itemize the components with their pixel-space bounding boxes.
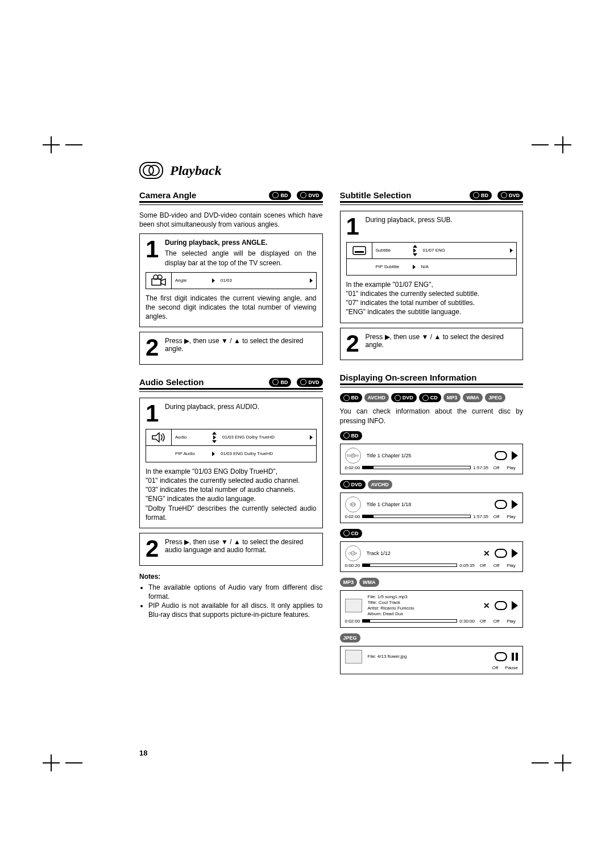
crop-mark bbox=[532, 754, 549, 771]
repeat-icon bbox=[495, 601, 507, 610]
crop-mark bbox=[43, 136, 60, 153]
crop-mark bbox=[532, 136, 549, 153]
step-number: 2 bbox=[146, 337, 160, 358]
info-panel-cd: CD-DA Track 1/12 ✕ 0:00:20 0:05:35 Off bbox=[340, 541, 524, 572]
page-number: 18 bbox=[139, 749, 147, 757]
subtitle-osd: Subtitle 01/07 ENG PI bbox=[346, 242, 517, 276]
badge-dvd: DVD bbox=[297, 378, 322, 387]
play-icon bbox=[512, 549, 518, 558]
repeat-icon bbox=[495, 451, 507, 460]
badge-jpeg: JPEG bbox=[340, 633, 360, 642]
triangle-right-icon bbox=[212, 278, 215, 283]
play-icon bbox=[512, 500, 518, 509]
section-audio-selection: Audio Selection BD DVD bbox=[139, 377, 323, 390]
page: Playback Camera Angle BD DVD Some BD-vid… bbox=[0, 0, 614, 868]
badge-cd: CD bbox=[340, 529, 362, 538]
shuffle-icon: ✕ bbox=[483, 601, 490, 610]
angle-osd: Angle 01/03 bbox=[146, 272, 317, 289]
play-icon bbox=[512, 601, 518, 610]
subtitle-step-2: 2 Press ▶, then use ▼ / ▲ to select the … bbox=[340, 328, 524, 361]
album-art-icon bbox=[345, 599, 362, 612]
camera-step-1: 1 During playback, press ANGLE. The sele… bbox=[139, 233, 323, 327]
crop-mark bbox=[554, 754, 571, 771]
disc-icon: DVD bbox=[345, 496, 361, 512]
badge-bd: BD bbox=[470, 191, 492, 200]
disc-icon: CD-DA bbox=[345, 545, 361, 561]
info-panel-bd: BD-ROM Title 1 Chapter 1/25 0:02:00 1:57… bbox=[340, 444, 524, 474]
crop-mark bbox=[65, 136, 82, 153]
crop-mark bbox=[554, 136, 571, 153]
audio-osd: Audio 01/03 ENG Dolby TrueHD bbox=[146, 429, 317, 462]
disc-icon: BD-ROM bbox=[345, 448, 361, 464]
notes-heading: Notes: bbox=[139, 573, 323, 581]
step-number: 1 bbox=[346, 216, 361, 237]
step-number: 1 bbox=[146, 239, 160, 260]
section-subtitle-selection: Subtitle Selection BD DVD bbox=[340, 190, 524, 203]
badge-bd: BD bbox=[269, 191, 291, 200]
heading-disc-icon bbox=[139, 162, 163, 179]
shuffle-icon: ✕ bbox=[483, 549, 490, 558]
badge-dvd: DVD bbox=[340, 480, 366, 489]
badge-mp3: MP3 bbox=[340, 578, 358, 587]
svg-rect-4 bbox=[355, 251, 364, 253]
repeat-icon bbox=[495, 500, 507, 509]
repeat-icon bbox=[495, 652, 507, 661]
triangle-right-icon bbox=[310, 278, 313, 283]
info-panel-mp3: File: 1/5 song1.mp3 Title: Cool Track Ar… bbox=[340, 590, 524, 628]
right-column: Subtitle Selection BD DVD 1 During playb… bbox=[340, 187, 524, 674]
left-column: Camera Angle BD DVD Some BD-video and DV… bbox=[139, 187, 323, 674]
repeat-icon bbox=[495, 549, 507, 558]
page-title: Playback bbox=[170, 163, 222, 178]
badge-wma: WMA bbox=[359, 578, 379, 587]
info-panel-dvd: DVD Title 1 Chapter 1/18 0:02:00 1:57:35… bbox=[340, 493, 524, 523]
section-camera-angle: Camera Angle BD DVD bbox=[139, 190, 323, 203]
audio-step-2: 2 Press ▶, then use ▼ / ▲ to select the … bbox=[139, 533, 323, 566]
info-panel-jpeg: File: 4/13 flower.jpg Off Pause bbox=[340, 646, 524, 674]
badge-avchd: AVCHD bbox=[368, 480, 392, 489]
camera-step-2: 2 Press ▶, then use ▼ / ▲ to select the … bbox=[139, 332, 323, 365]
badge-bd: BD bbox=[269, 378, 291, 387]
camera-intro: Some BD-video and DVD-video contain scen… bbox=[139, 211, 323, 229]
subtitle-icon bbox=[347, 243, 372, 258]
crop-mark bbox=[65, 754, 82, 771]
play-icon bbox=[512, 451, 518, 460]
onscreen-badges: BD AVCHD DVD CD MP3 WMA JPEG bbox=[340, 393, 524, 402]
subtitle-step-1: 1 During playback, press SUB. Subtitle bbox=[340, 211, 524, 323]
pause-icon bbox=[512, 653, 518, 661]
step-number: 1 bbox=[146, 403, 160, 424]
crop-mark bbox=[43, 754, 60, 771]
audio-step-1: 1 During playback, press AUDIO. Audio bbox=[139, 398, 323, 528]
badge-dvd: DVD bbox=[497, 191, 523, 200]
badge-dvd: DVD bbox=[297, 191, 322, 200]
camera-icon bbox=[146, 273, 172, 289]
notes-list: The available options of Audio vary from… bbox=[139, 583, 323, 620]
section-onscreen-info: Displaying On-screen Information bbox=[340, 373, 524, 385]
step-number: 2 bbox=[146, 538, 160, 560]
step-number: 2 bbox=[346, 333, 361, 354]
svg-rect-3 bbox=[353, 247, 366, 254]
speaker-icon bbox=[146, 429, 172, 445]
image-thumb-icon bbox=[345, 650, 362, 663]
badge-bd: BD bbox=[340, 431, 362, 440]
